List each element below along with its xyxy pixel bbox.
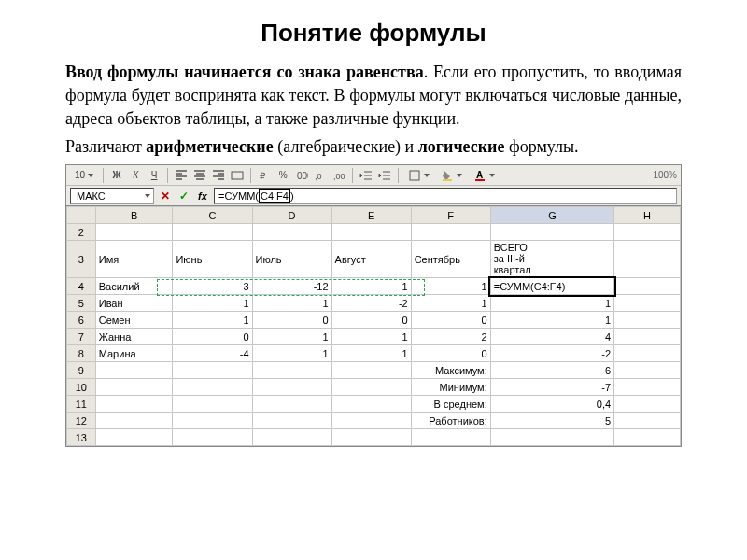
cell[interactable] [614,312,681,329]
cell[interactable]: Марина [95,345,173,362]
cell[interactable]: 0,4 [490,396,613,413]
cell[interactable]: Василий [95,278,173,295]
cell[interactable] [614,295,681,312]
cell[interactable]: 1 [252,295,331,312]
cell[interactable]: Июль [252,241,331,278]
underline-button[interactable]: Ч [146,167,162,184]
cells-grid[interactable]: B C D E F G H 2 3 Имя Июнь Июль Август С… [66,206,681,446]
cell[interactable]: 0 [411,345,490,362]
cell[interactable]: 0 [331,312,411,329]
align-center-button[interactable] [191,167,208,184]
active-cell[interactable]: =СУММ(C4:F4) [490,278,613,295]
cell[interactable]: -4 [173,345,252,362]
row-header[interactable]: 9 [67,362,96,379]
font-color-button[interactable]: A [469,167,500,184]
cell[interactable]: 1 [490,295,613,312]
col-header[interactable]: G [490,207,613,224]
svg-text:₽: ₽ [260,171,266,181]
name-box[interactable]: МАКС [70,188,154,204]
fill-color-button[interactable] [436,167,467,184]
cell[interactable]: 1 [411,295,490,312]
row-header[interactable]: 12 [67,413,96,429]
cell[interactable]: 0 [252,312,331,329]
merge-button[interactable] [229,167,246,184]
cell[interactable]: 0 [411,312,490,329]
cancel-formula-button[interactable]: ✕ [158,188,173,204]
cell[interactable]: 1 [331,329,411,345]
col-header[interactable]: C [173,207,252,224]
currency-button[interactable]: ₽ [256,167,273,184]
cell[interactable]: 4 [490,329,613,345]
cell[interactable]: 5 [490,413,613,429]
cell[interactable]: -2 [490,345,613,362]
cell[interactable]: Июнь [173,241,252,278]
col-header[interactable]: E [331,207,411,224]
cell[interactable]: 1 [173,295,252,312]
col-header[interactable]: B [95,207,173,224]
cell[interactable]: 3 [173,278,252,295]
cell[interactable]: 6 [490,362,613,379]
row-header[interactable]: 10 [67,379,96,396]
row-header[interactable]: 11 [67,396,96,413]
decrease-decimal-button[interactable]: ,0 [312,167,329,184]
bold-button[interactable]: Ж [108,167,125,184]
cell[interactable]: 2 [411,329,490,345]
comma-button[interactable]: 000 [293,167,310,184]
cell[interactable]: 1 [331,345,411,362]
cell[interactable]: Сентябрь [411,241,490,278]
cell[interactable] [614,329,681,345]
cell[interactable]: 1 [411,278,490,295]
cell[interactable]: 1 [490,312,613,329]
row-header[interactable]: 5 [67,295,96,312]
cell[interactable] [614,241,681,278]
formula-input[interactable]: =СУММ(C4:F4) [214,188,677,204]
cell[interactable]: ВСЕГО за III-й квартал [490,241,613,278]
cell[interactable]: 1 [252,329,331,345]
cell[interactable]: Иван [95,295,173,312]
fx-button[interactable]: fx [195,188,210,204]
row-header[interactable]: 7 [67,329,96,345]
outdent-button[interactable] [358,167,374,184]
font-size-box[interactable]: 10 [70,167,98,184]
cell[interactable]: Август [331,241,411,278]
select-all-corner[interactable] [67,207,96,224]
row-header[interactable]: 8 [67,345,96,362]
svg-text:,00: ,00 [333,172,345,181]
border-button[interactable] [403,167,434,184]
slide-title: Понятие формулы [65,19,682,48]
align-left-button[interactable] [173,167,190,184]
cell[interactable]: Максимум: [411,362,490,379]
cell[interactable]: -12 [252,278,331,295]
row-header[interactable]: 3 [67,241,96,278]
accept-formula-button[interactable]: ✓ [176,188,191,204]
row-header[interactable]: 4 [67,278,96,295]
row-header[interactable]: 2 [67,224,96,241]
align-right-button[interactable] [210,167,227,184]
indent-button[interactable] [376,167,393,184]
cell[interactable]: Работников: [411,413,490,429]
cell[interactable]: В среднем: [411,396,490,413]
col-header[interactable]: H [614,207,681,224]
formula-range-selection: C4:F4 [259,189,290,203]
increase-decimal-button[interactable]: ,00 [331,167,347,184]
row-header[interactable]: 6 [67,312,96,329]
cell[interactable]: -2 [331,295,411,312]
cell[interactable]: 0 [173,329,252,345]
cell[interactable] [614,345,681,362]
zoom-value: 100% [653,170,677,180]
row-header[interactable]: 13 [67,429,96,446]
cell[interactable] [614,278,681,295]
para-2: Различают арифметические (алгебраические… [65,135,682,159]
cell[interactable]: 1 [331,278,411,295]
cell[interactable]: Семен [95,312,173,329]
cell[interactable]: -7 [490,379,613,396]
cell[interactable]: Минимум: [411,379,490,396]
cell[interactable]: Жанна [95,329,173,345]
cell[interactable]: 1 [252,345,331,362]
italic-button[interactable]: К [127,167,144,184]
col-header[interactable]: F [411,207,490,224]
percent-button[interactable]: % [275,167,291,184]
cell[interactable]: 1 [173,312,252,329]
col-header[interactable]: D [252,207,331,224]
cell[interactable]: Имя [95,241,173,278]
